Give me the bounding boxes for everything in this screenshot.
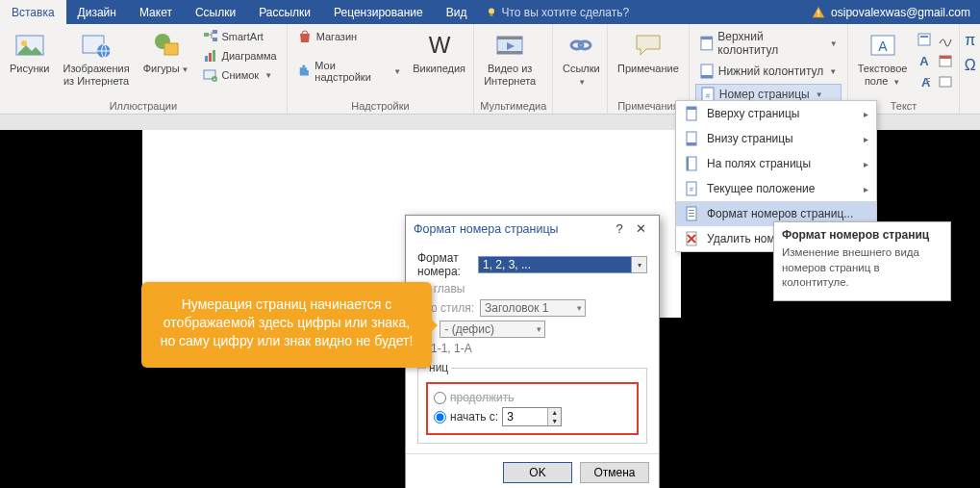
svg-rect-35 — [920, 36, 928, 38]
header-button[interactable]: Верхний колонтитул▼ — [695, 28, 842, 59]
svg-rect-48 — [687, 157, 689, 170]
quick-parts-icon[interactable] — [917, 32, 932, 47]
example-text: 1-1, 1-A — [431, 342, 647, 355]
spin-down[interactable]: ▼ — [548, 417, 561, 425]
footer-button[interactable]: Нижний колонтитул▼ — [695, 62, 842, 81]
header-icon — [699, 36, 715, 51]
chapter-style-select: Заголовок 1 — [480, 299, 586, 317]
pictures-label: Рисунки — [10, 63, 50, 75]
tab-references[interactable]: Ссылки — [184, 0, 247, 24]
svg-rect-53 — [689, 213, 694, 214]
symbol-icon[interactable]: Ω — [965, 57, 976, 74]
pn-page-margins[interactable]: На полях страницы▸ — [676, 151, 876, 176]
tooltip-title: Формат номеров страниц — [782, 228, 942, 242]
wordart-icon[interactable]: A — [917, 53, 932, 68]
account-email: osipovalexwas@gmail.com — [831, 6, 970, 19]
svg-rect-29 — [701, 75, 713, 78]
screenshot-icon: + — [203, 67, 218, 83]
pictures-button[interactable]: Рисунки — [6, 28, 54, 77]
dialog-help-button[interactable]: ? — [609, 221, 630, 236]
links-button[interactable]: Ссылки▼ — [559, 28, 603, 89]
ribbon-tabs: Вставка Дизайн Макет Ссылки Рассылки Рец… — [0, 0, 980, 24]
shapes-button[interactable]: Фигуры▼ — [139, 28, 193, 77]
svg-rect-2 — [817, 10, 818, 13]
callout-text: Нумерация страниц начинается с отображае… — [161, 296, 414, 348]
object-icon[interactable] — [938, 74, 953, 90]
my-addins-button[interactable]: Мои надстройки▼ — [293, 59, 405, 84]
cancel-button[interactable]: Отмена — [580, 462, 649, 483]
pn-format-icon — [684, 206, 699, 221]
svg-text:A: A — [920, 54, 930, 68]
equation-icon[interactable]: π — [965, 32, 975, 49]
number-format-label: Формат номера: — [417, 251, 472, 278]
account-area[interactable]: osipovalexwas@gmail.com — [802, 0, 980, 24]
svg-text:A: A — [878, 39, 888, 54]
wikipedia-button[interactable]: W Википедия — [411, 28, 467, 77]
svg-rect-9 — [164, 43, 178, 55]
start-at-label: начать с: — [450, 410, 498, 424]
textbox-button[interactable]: A Текстовое поле ▼ — [854, 28, 912, 89]
warning-icon — [812, 6, 825, 19]
pictures-icon — [14, 30, 45, 61]
online-video-button[interactable]: Видео из Интернета — [480, 28, 540, 89]
tab-insert[interactable]: Вставка — [0, 0, 66, 24]
group-addins: Магазин Мои надстройки▼ W Википедия Надс… — [288, 24, 474, 114]
svg-text:#: # — [706, 91, 711, 100]
svg-rect-23 — [497, 51, 522, 54]
tab-view[interactable]: Вид — [435, 0, 479, 24]
continue-radio[interactable] — [434, 392, 446, 404]
svg-rect-44 — [687, 107, 696, 110]
svg-rect-27 — [701, 37, 713, 39]
pn-current-icon: # — [684, 181, 699, 196]
number-format-dropdown[interactable]: ▾ — [632, 256, 647, 273]
svg-rect-41 — [926, 81, 930, 82]
bulb-icon — [486, 7, 497, 18]
online-pictures-button[interactable]: Изображения из Интернета — [60, 28, 134, 89]
svg-rect-1 — [490, 13, 493, 15]
pn-bottom-of-page[interactable]: Внизу страницы▸ — [676, 126, 876, 151]
svg-rect-19 — [302, 65, 305, 68]
tab-review[interactable]: Рецензирование — [322, 0, 435, 24]
dialog-close-button[interactable]: ✕ — [630, 221, 651, 236]
tab-layout[interactable]: Макет — [128, 0, 184, 24]
tab-design[interactable]: Дизайн — [66, 0, 128, 24]
number-format-combo[interactable] — [478, 256, 632, 273]
svg-rect-14 — [209, 53, 212, 62]
tab-mailings[interactable]: Рассылки — [247, 0, 322, 24]
start-at-input[interactable] — [503, 408, 547, 425]
svg-rect-11 — [213, 30, 217, 34]
store-button[interactable]: Магазин — [293, 28, 405, 45]
date-icon[interactable] — [938, 53, 953, 68]
addins-icon — [297, 64, 312, 79]
pn-bottom-icon — [684, 131, 699, 146]
group-links: Ссылки▼ — [553, 24, 608, 114]
svg-rect-15 — [213, 50, 215, 62]
tell-me-search[interactable]: Что вы хотите сделать? — [478, 0, 637, 24]
chevron-right-icon: ▸ — [864, 184, 868, 194]
group-comments-label: Примечания — [614, 99, 683, 114]
dropcap-icon[interactable]: A — [917, 74, 932, 90]
svg-rect-10 — [204, 33, 209, 37]
pn-top-of-page[interactable]: Вверху страницы▸ — [676, 101, 876, 126]
chevron-right-icon: ▸ — [864, 134, 868, 144]
svg-rect-34 — [918, 34, 930, 45]
format-page-numbers-tooltip: Формат номеров страниц Изменение внешнег… — [773, 221, 951, 301]
spin-up[interactable]: ▲ — [548, 408, 561, 417]
svg-text:+: + — [213, 76, 215, 82]
comment-button[interactable]: Примечание — [614, 28, 683, 77]
pn-current-position[interactable]: # Текущее положение▸ — [676, 176, 876, 201]
group-illustrations: Рисунки Изображения из Интернета Фигуры▼… — [0, 24, 288, 114]
separator-select: - (дефис) — [440, 321, 545, 338]
ok-button[interactable]: OK — [503, 462, 572, 483]
textbox-icon: A — [867, 30, 898, 61]
dialog-title: Формат номера страницы — [414, 222, 559, 236]
svg-point-5 — [21, 40, 27, 46]
start-at-radio[interactable] — [434, 411, 446, 424]
screenshot-button[interactable]: + Снимок▼ — [199, 66, 281, 84]
online-pictures-label: Изображения из Интернета — [63, 63, 130, 87]
signature-icon[interactable] — [938, 32, 953, 47]
comment-icon — [633, 30, 664, 61]
chart-button[interactable]: Диаграмма — [199, 47, 281, 64]
smartart-button[interactable]: SmartArt — [199, 28, 281, 45]
smartart-icon — [203, 29, 218, 44]
